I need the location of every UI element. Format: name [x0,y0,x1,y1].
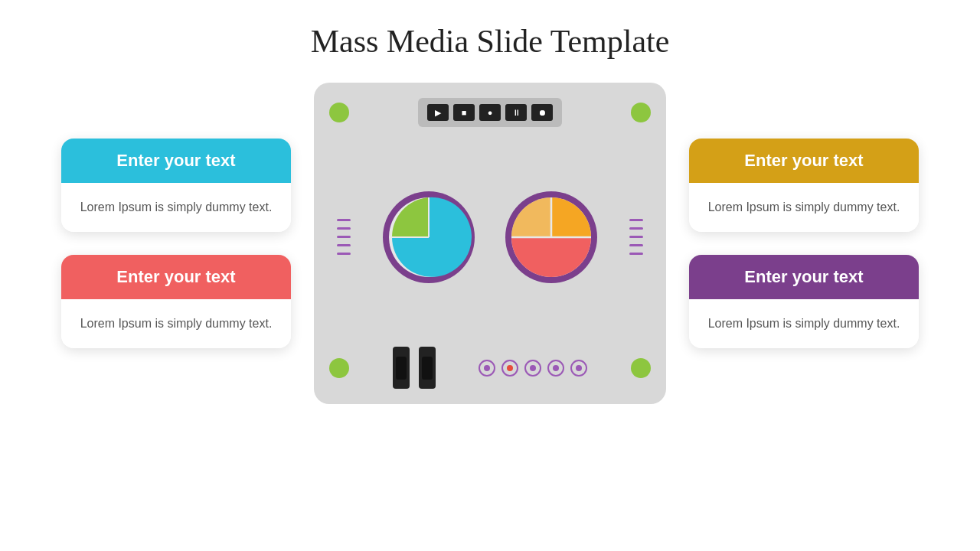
tick-2 [337,227,351,230]
corner-dot-bottom-left [329,358,349,378]
card-top-right-body: Lorem Ipsum is simply dummy text. [689,183,919,232]
left-column: Enter your text Lorem Ipsum is simply du… [61,139,291,348]
rec2-button[interactable]: ⏺ [531,104,553,121]
card-bottom-right-body: Lorem Ipsum is simply dummy text. [689,299,919,348]
radio-buttons-area[interactable] [479,360,587,377]
corner-dot-top-right [631,103,651,122]
tick-r2 [629,227,643,230]
card-top-left[interactable]: Enter your text Lorem Ipsum is simply du… [61,139,291,232]
record-button[interactable]: ● [479,104,501,121]
fader-1[interactable] [393,347,410,389]
radio-btn-5[interactable] [570,360,587,377]
card-bottom-right-header: Enter your text [689,255,919,299]
card-bottom-left-header: Enter your text [61,255,291,299]
card-bottom-left[interactable]: Enter your text Lorem Ipsum is simply du… [61,255,291,348]
corner-dot-bottom-right [631,358,651,378]
card-top-right-header-text[interactable]: Enter your text [744,151,863,170]
play-button[interactable]: ▶ [427,104,449,121]
card-top-left-body: Lorem Ipsum is simply dummy text. [61,183,291,232]
console-top-row: ▶ ■ ● ⏸ ⏺ [329,98,651,127]
tick-r4 [629,244,643,246]
card-bottom-right-header-text[interactable]: Enter your text [744,267,863,286]
radio-btn-1[interactable] [479,360,495,377]
card-bottom-right[interactable]: Enter your text Lorem Ipsum is simply du… [689,255,919,348]
card-top-right-body-text: Lorem Ipsum is simply dummy text. [708,201,900,214]
card-top-left-header-text[interactable]: Enter your text [116,151,235,170]
dial-right [501,187,601,287]
card-top-right-header: Enter your text [689,139,919,183]
card-top-right[interactable]: Enter your text Lorem Ipsum is simply du… [689,139,919,232]
radio-btn-3[interactable] [524,360,541,377]
tick-r3 [629,236,643,238]
tick-3 [337,236,351,238]
card-top-left-header: Enter your text [61,139,291,183]
right-column: Enter your text Lorem Ipsum is simply du… [689,139,919,348]
tick-marks-right [629,219,651,255]
corner-dot-top-left [329,103,349,122]
tick-marks-left [329,219,351,255]
stop-button[interactable]: ■ [453,104,475,121]
main-content: Enter your text Lorem Ipsum is simply du… [0,83,980,404]
tick-r1 [629,219,643,221]
card-bottom-left-body-text: Lorem Ipsum is simply dummy text. [80,317,273,330]
radio-btn-2[interactable] [501,360,518,377]
tick-1 [337,219,351,221]
card-top-left-body-text: Lorem Ipsum is simply dummy text. [80,201,273,214]
media-console: ▶ ■ ● ⏸ ⏺ [314,83,666,404]
card-bottom-right-body-text: Lorem Ipsum is simply dummy text. [708,317,900,330]
dial-left [379,187,479,287]
sliders-area[interactable] [393,347,436,389]
radio-btn-4[interactable] [547,360,564,377]
console-bottom-row [329,347,651,389]
card-bottom-left-body: Lorem Ipsum is simply dummy text. [61,299,291,348]
transport-buttons[interactable]: ▶ ■ ● ⏸ ⏺ [418,98,562,127]
tick-r5 [629,253,643,255]
tick-4 [337,244,351,246]
pause-button[interactable]: ⏸ [505,104,527,121]
card-bottom-left-header-text[interactable]: Enter your text [116,267,235,286]
tick-5 [337,253,351,255]
console-middle-row [329,135,651,339]
fader-2[interactable] [419,347,436,389]
page-title: Mass Media Slide Template [311,23,670,60]
dials-container [379,187,601,287]
